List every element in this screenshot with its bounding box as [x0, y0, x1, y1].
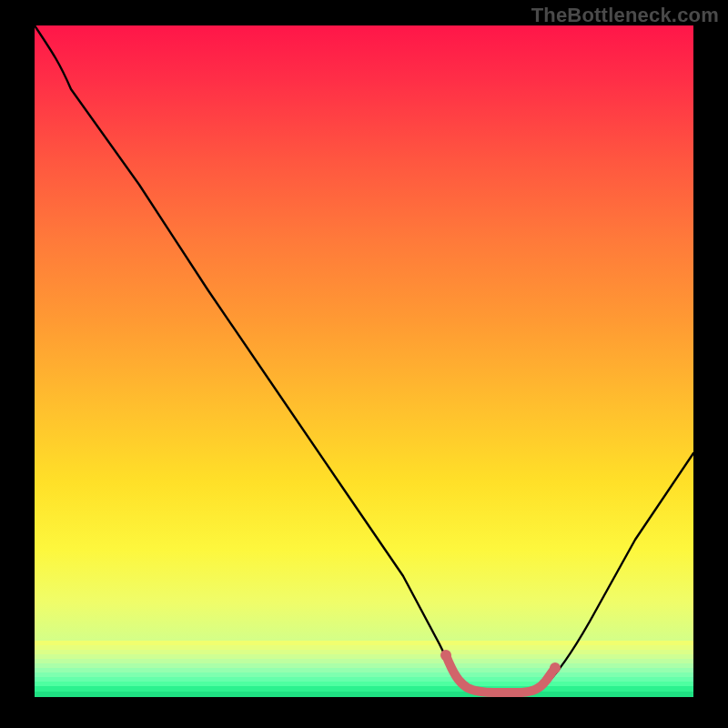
- optimal-range-marker: [446, 655, 555, 693]
- chart-frame: TheBottleneck.com: [0, 0, 728, 728]
- bottleneck-curve: [35, 25, 693, 693]
- watermark-text: TheBottleneck.com: [531, 4, 719, 27]
- curve-layer: [35, 25, 693, 697]
- plot-area: [35, 25, 693, 697]
- marker-end-dot: [550, 662, 561, 673]
- marker-start-dot: [440, 650, 451, 661]
